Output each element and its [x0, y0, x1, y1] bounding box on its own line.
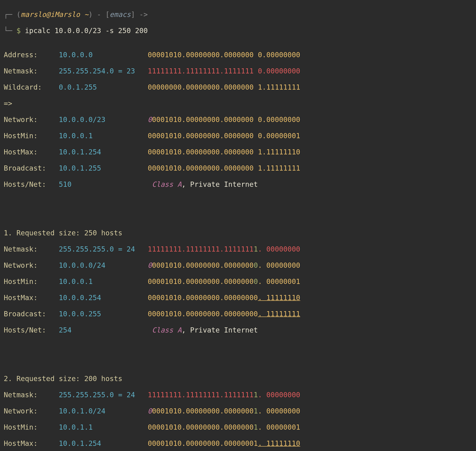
- s2-netmask: Netmask:255.255.255.0 = 2411111111.11111…: [4, 391, 472, 399]
- label-hostmin: HostMin:: [4, 132, 59, 140]
- row-hosts: Hosts/Net:510 Class A, Private Internet: [4, 181, 472, 189]
- section-title-1: 1. Requested size: 250 hosts: [4, 229, 472, 237]
- label-hostmax: HostMax:: [4, 148, 59, 156]
- value-wildcard: 0.0.1.255: [59, 83, 148, 92]
- s1-hostmax: HostMax:10.0.0.25400001010.00000000.0000…: [4, 294, 472, 302]
- row-broadcast: Broadcast:10.0.1.25500001010.00000000.00…: [4, 164, 472, 172]
- label-hosts: Hosts/Net:: [4, 181, 59, 189]
- label-network: Network:: [4, 116, 59, 124]
- blank-line: [4, 197, 472, 205]
- s2-hostmin: HostMin:10.0.1.100001010.00000000.000000…: [4, 423, 472, 432]
- class-badge: Class A: [152, 180, 181, 188]
- value-address: 10.0.0.0: [59, 51, 148, 59]
- section-title-2: 2. Requested size: 200 hosts: [4, 375, 472, 383]
- s2-hostmax: HostMax:10.0.1.25400001010.00000000.0000…: [4, 439, 472, 448]
- command-text: ipcalc 10.0.0.0/23 -s 250 200: [25, 26, 148, 35]
- s1-network: Network:10.0.0.0/2400001010.00000000.000…: [4, 261, 472, 270]
- label-broadcast: Broadcast:: [4, 164, 59, 172]
- row-hostmax: HostMax:10.0.1.25400001010.00000000.0000…: [4, 148, 472, 156]
- s1-hosts: Hosts/Net:254 Class A, Private Internet: [4, 326, 472, 334]
- value-network: 10.0.0.0/23: [59, 116, 148, 124]
- value-hosts: 510: [59, 181, 148, 189]
- label-wildcard: Wildcard:: [4, 83, 59, 92]
- s1-netmask: Netmask:255.255.255.0 = 2411111111.11111…: [4, 245, 472, 253]
- row-hostmin: HostMin:10.0.0.100001010.00000000.000000…: [4, 132, 472, 140]
- prompt-line-2: └─ $ ipcalc 10.0.0.0/23 -s 250 200: [4, 27, 472, 35]
- prompt-line-1: ┌─ (marslo@iMarslo ~) - [emacs] ->: [4, 11, 472, 19]
- s1-broadcast: Broadcast:10.0.0.25500001010.00000000.00…: [4, 310, 472, 318]
- row-address: Address:10.0.0.000001010.00000000.000000…: [4, 51, 472, 59]
- s1-hostmin: HostMin:10.0.0.100001010.00000000.000000…: [4, 278, 472, 286]
- label-netmask: Netmask:: [4, 67, 59, 75]
- value-hostmin: 10.0.0.1: [59, 132, 148, 140]
- value-broadcast: 10.0.1.255: [59, 164, 148, 172]
- terminal-output[interactable]: ┌─ (marslo@iMarslo ~) - [emacs] -> └─ $ …: [0, 0, 476, 451]
- row-arrow: =>: [4, 100, 472, 108]
- value-netmask: 255.255.254.0 = 23: [59, 67, 148, 75]
- row-wildcard: Wildcard:0.0.1.25500000000.00000000.0000…: [4, 83, 472, 92]
- row-network: Network:10.0.0.0/2300001010.00000000.000…: [4, 116, 472, 124]
- row-netmask: Netmask:255.255.254.0 = 2311111111.11111…: [4, 67, 472, 75]
- value-hostmax: 10.0.1.254: [59, 148, 148, 156]
- label-address: Address:: [4, 51, 59, 59]
- s2-network: Network:10.0.1.0/2400001010.00000000.000…: [4, 407, 472, 415]
- blank-line: [4, 342, 472, 351]
